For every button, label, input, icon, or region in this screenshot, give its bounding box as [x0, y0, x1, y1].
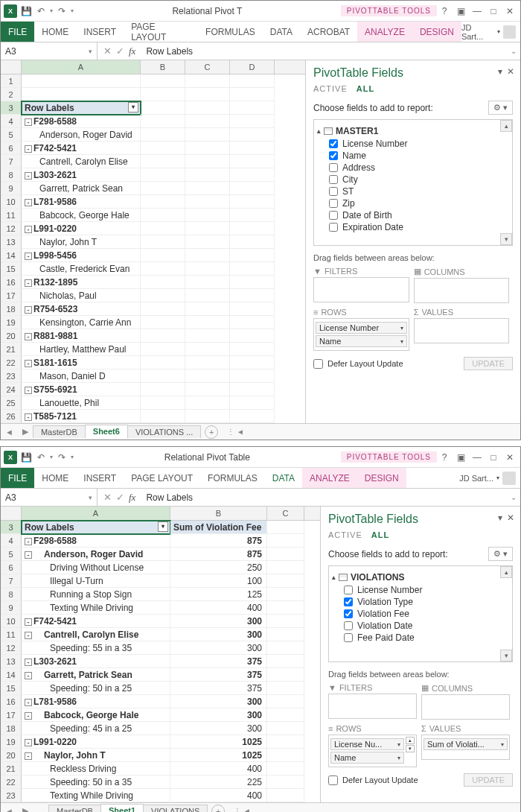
row-header[interactable]: 22	[1, 775, 22, 789]
cell[interactable]: -L998-5456	[22, 249, 141, 262]
cell[interactable]	[185, 195, 230, 209]
cell[interactable]: -L781-9586	[22, 195, 141, 209]
tab-design[interactable]: DESIGN	[357, 468, 406, 488]
grid[interactable]: A B C D 123Row Labels▾4-F298-65885Anders…	[1, 60, 306, 423]
cell[interactable]	[230, 168, 275, 182]
maximize-icon[interactable]: □	[486, 6, 501, 16]
cell[interactable]	[230, 369, 275, 383]
row-header[interactable]: 11	[1, 628, 22, 641]
cell[interactable]	[141, 383, 185, 396]
cell[interactable]	[22, 88, 141, 101]
tab-file[interactable]: FILE	[1, 468, 34, 488]
cell[interactable]	[267, 601, 304, 615]
row-header[interactable]: 3	[1, 521, 22, 534]
field-checkbox[interactable]	[329, 187, 338, 196]
reorder-rows[interactable]: ▴▾	[406, 737, 415, 752]
cell[interactable]	[141, 101, 185, 115]
cell[interactable]: Row Labels▾	[22, 101, 141, 115]
cell[interactable]	[267, 775, 304, 789]
cell[interactable]	[141, 168, 185, 182]
cell[interactable]	[230, 128, 275, 142]
cell[interactable]: 375	[170, 655, 267, 668]
field-item[interactable]: City	[317, 174, 509, 185]
grid[interactable]: A B C 3Row Labels▾Sum of Violation Fee4-…	[1, 507, 321, 802]
pane-close-icon[interactable]: ✕	[507, 513, 514, 523]
cell[interactable]: -Anderson, Roger David	[22, 548, 170, 561]
expander-icon[interactable]: -	[25, 253, 32, 260]
cell[interactable]: -R754-6523	[22, 302, 141, 316]
field-checkbox[interactable]	[329, 163, 338, 172]
field-checkbox[interactable]	[329, 199, 338, 208]
tab-home[interactable]: HOME	[34, 468, 76, 488]
cell[interactable]	[267, 735, 304, 749]
cell[interactable]	[230, 74, 275, 88]
row-header[interactable]: 20	[1, 749, 22, 762]
cell[interactable]	[230, 410, 275, 423]
cell[interactable]: -L303-2621	[22, 655, 170, 668]
cell[interactable]: -T585-7121	[22, 410, 141, 423]
row-header[interactable]: 7	[1, 155, 22, 168]
cell[interactable]: -S181-1615	[22, 356, 141, 369]
cell[interactable]	[230, 101, 275, 115]
field-item[interactable]: Date of Birth	[317, 209, 509, 221]
row-header[interactable]: 17	[1, 289, 22, 302]
cell[interactable]	[267, 722, 304, 735]
sheet-tab-sheet1[interactable]: Sheet1	[100, 804, 144, 812]
cell[interactable]	[267, 561, 304, 574]
sheet-nav-next[interactable]: ▶	[18, 806, 33, 812]
field-item[interactable]: Address	[317, 162, 509, 174]
expander-icon[interactable]: -	[25, 618, 32, 626]
cell[interactable]	[185, 235, 230, 249]
cell[interactable]	[230, 262, 275, 276]
cell[interactable]: -Garrett, Patrick Sean	[22, 668, 170, 682]
cell[interactable]	[141, 356, 185, 369]
row-header[interactable]: 18	[1, 722, 22, 735]
field-item[interactable]: Violation Type	[332, 596, 509, 608]
cell[interactable]: Speeding: 50 in a 35	[22, 775, 170, 789]
area-item[interactable]: Sum of Violati...▾	[423, 738, 508, 750]
row-header[interactable]: 10	[1, 615, 22, 628]
cell[interactable]	[141, 343, 185, 356]
cell[interactable]	[141, 276, 185, 289]
cell[interactable]	[230, 182, 275, 195]
cell[interactable]: Nicholas, Paul	[22, 289, 141, 302]
cell[interactable]	[185, 88, 230, 101]
minimize-icon[interactable]: —	[470, 6, 485, 16]
row-header[interactable]: 5	[1, 128, 22, 142]
col-header-C[interactable]: C	[185, 60, 230, 74]
cell[interactable]	[141, 155, 185, 168]
cell[interactable]	[185, 396, 230, 410]
row-header[interactable]: 8	[1, 168, 22, 182]
avatar[interactable]	[502, 472, 516, 485]
cell[interactable]	[185, 249, 230, 262]
col-header-B[interactable]: B	[170, 507, 267, 520]
sheet-nav-prev[interactable]: ◄	[1, 807, 18, 813]
filter-dropdown-icon[interactable]: ▾	[128, 102, 138, 112]
cell[interactable]	[230, 222, 275, 235]
scroll-up-icon[interactable]: ▴	[500, 566, 512, 578]
area-item[interactable]: Name▾	[316, 335, 407, 347]
cell[interactable]: Cantrell, Carolyn Elise	[22, 155, 141, 168]
cell[interactable]: Garrett, Patrick Sean	[22, 182, 141, 195]
tab-data[interactable]: DATA	[265, 468, 302, 488]
expander-icon[interactable]: -	[25, 279, 32, 287]
row-header[interactable]: 12	[1, 222, 22, 235]
cell[interactable]: -R132-1895	[22, 276, 141, 289]
cell[interactable]	[141, 249, 185, 262]
row-header[interactable]: 17	[1, 708, 22, 722]
cell[interactable]: 375	[170, 668, 267, 682]
cell[interactable]	[267, 615, 304, 628]
row-header[interactable]: 26	[1, 410, 22, 423]
cell[interactable]	[230, 343, 275, 356]
row-header[interactable]: 20	[1, 329, 22, 343]
cell[interactable]: Speeding: 50 in a 25	[22, 682, 170, 695]
field-checkbox[interactable]	[329, 139, 338, 148]
cell[interactable]	[267, 548, 304, 561]
cell[interactable]: -S755-6921	[22, 383, 141, 396]
col-header-B[interactable]: B	[141, 60, 185, 74]
cell[interactable]	[185, 262, 230, 276]
rows-drop[interactable]: License Nu...▾Name▾ ▴▾	[328, 735, 417, 767]
row-header[interactable]: 13	[1, 235, 22, 249]
cell[interactable]	[141, 74, 185, 88]
col-header-A[interactable]: A	[22, 60, 141, 74]
